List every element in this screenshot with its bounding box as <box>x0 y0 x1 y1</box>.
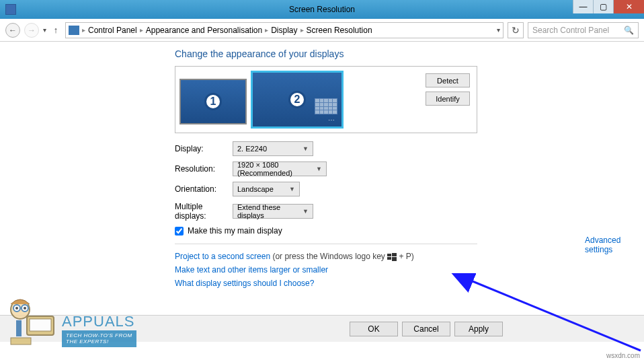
breadcrumb[interactable]: ▸ Control Panel ▸ Appearance and Persona… <box>65 22 504 38</box>
svg-rect-1 <box>392 253 397 256</box>
svg-rect-2 <box>387 257 391 260</box>
titlebar: Screen Resolution — ▢ ✕ <box>0 0 644 19</box>
breadcrumb-item[interactable]: Control Panel <box>88 26 137 35</box>
chevron-down-icon: ▼ <box>303 208 309 215</box>
resize-handle-icon: ⋯ <box>328 116 336 124</box>
apply-button[interactable]: Apply <box>454 322 503 336</box>
search-input[interactable]: Search Control Panel 🔍 <box>528 22 639 38</box>
image-credit: wsxdn.com <box>606 352 640 359</box>
monitor-number: 1 <box>204 93 222 110</box>
chevron-down-icon: ▼ <box>303 145 309 152</box>
breadcrumb-item[interactable]: Screen Resolution <box>307 26 372 35</box>
search-placeholder: Search Control Panel <box>532 26 609 35</box>
project-hint: (or press the Windows logo key <box>272 252 387 261</box>
back-button[interactable]: ← <box>5 23 20 38</box>
larger-text-link[interactable]: Make text and other items larger or smal… <box>175 265 328 275</box>
chevron-right-icon: ▸ <box>140 26 143 34</box>
monitor-2[interactable]: 2 ⋯ <box>251 71 344 129</box>
svg-rect-0 <box>387 254 391 256</box>
resolution-label: Resolution: <box>175 164 233 174</box>
control-panel-icon <box>69 26 79 35</box>
chevron-right-icon: ▸ <box>82 26 85 34</box>
history-dropdown-icon[interactable]: ▾ <box>43 26 46 34</box>
ok-button[interactable]: OK <box>350 322 398 336</box>
navbar: ← → ▾ ↑ ▸ Control Panel ▸ Appearance and… <box>0 19 644 42</box>
display-label: Display: <box>175 144 233 153</box>
page-title: Change the appearance of your displays <box>175 48 644 59</box>
monitor-grid-icon <box>315 98 337 114</box>
svg-rect-6 <box>30 319 51 331</box>
separator <box>175 244 477 244</box>
multiple-displays-label: Multiple displays: <box>175 202 233 221</box>
chevron-down-icon: ▼ <box>289 186 295 192</box>
svg-rect-13 <box>11 338 31 345</box>
window-controls: — ▢ ✕ <box>573 0 644 13</box>
chevron-down-icon: ▼ <box>316 166 322 172</box>
chevron-right-icon: ▸ <box>300 26 304 34</box>
svg-rect-12 <box>16 320 22 336</box>
search-icon[interactable]: 🔍 <box>624 26 634 35</box>
up-button[interactable]: ↑ <box>50 25 61 36</box>
main-display-label: Make this my main display <box>188 226 282 236</box>
watermark-brand: APPUALS <box>62 313 136 330</box>
detect-button[interactable]: Detect <box>426 73 470 87</box>
breadcrumb-item[interactable]: Appearance and Personalisation <box>146 26 262 35</box>
maximize-button[interactable]: ▢ <box>593 0 613 13</box>
refresh-button[interactable]: ↻ <box>508 22 524 38</box>
settings-form: Display: 2. E2240▼ Resolution: 1920 × 10… <box>175 141 644 290</box>
project-second-screen-link[interactable]: Project to a second screen <box>175 252 270 261</box>
multiple-displays-select[interactable]: Extend these displays▼ <box>233 204 313 219</box>
orientation-label: Orientation: <box>175 184 233 194</box>
windows-key-icon <box>387 253 397 261</box>
minimize-button[interactable]: — <box>573 0 593 13</box>
breadcrumb-item[interactable]: Display <box>271 26 297 35</box>
appuals-mascot-icon <box>4 297 58 347</box>
watermark: APPUALS TECH HOW-TO'S FROM THE EXPERTS! <box>4 297 136 347</box>
main-display-checkbox[interactable] <box>175 227 184 236</box>
project-hint-2: + P) <box>399 252 414 261</box>
window-title: Screen Resolution <box>289 5 355 14</box>
resolution-select[interactable]: 1920 × 1080 (Recommended)▼ <box>233 161 327 176</box>
help-link[interactable]: What display settings should I choose? <box>175 279 314 288</box>
close-button[interactable]: ✕ <box>613 0 644 13</box>
svg-point-11 <box>24 307 26 310</box>
advanced-settings-link[interactable]: Advanced settings <box>585 236 620 254</box>
monitor-number: 2 <box>288 91 306 108</box>
identify-button[interactable]: Identify <box>426 92 470 106</box>
chevron-right-icon: ▸ <box>265 26 268 34</box>
display-select[interactable]: 2. E2240▼ <box>233 141 313 156</box>
svg-rect-3 <box>392 257 397 261</box>
display-preview: 1 2 ⋯ Detect Identify <box>175 66 477 133</box>
forward-button[interactable]: → <box>24 23 39 38</box>
watermark-tagline: TECH HOW-TO'S FROM <box>66 332 132 339</box>
app-icon <box>5 4 16 15</box>
monitor-1[interactable]: 1 <box>179 79 247 124</box>
cancel-button[interactable]: Cancel <box>402 322 450 336</box>
breadcrumb-dropdown-icon[interactable]: ▾ <box>497 26 500 34</box>
orientation-select[interactable]: Landscape▼ <box>233 182 300 196</box>
svg-point-10 <box>15 307 18 310</box>
content: Change the appearance of your displays 1… <box>0 42 644 322</box>
watermark-tagline: THE EXPERTS! <box>66 338 132 345</box>
